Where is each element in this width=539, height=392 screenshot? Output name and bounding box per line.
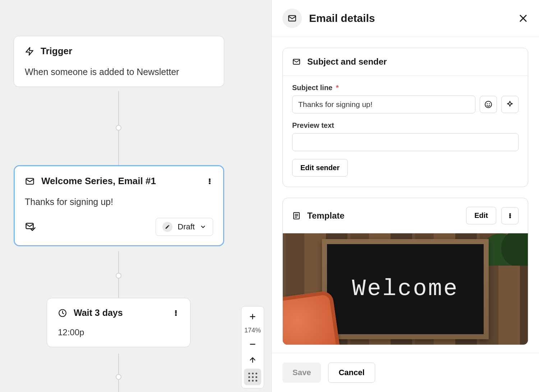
flow-add-node[interactable] (116, 374, 121, 380)
svg-point-13 (487, 104, 488, 104)
zoom-reset-button[interactable] (244, 353, 261, 367)
grid-icon (248, 373, 257, 382)
close-button[interactable] (518, 13, 528, 23)
flow-canvas[interactable]: Trigger When someone is added to Newslet… (0, 0, 271, 392)
preview-text-label: Preview text (292, 121, 519, 130)
edit-template-button[interactable]: Edit (466, 207, 496, 224)
email-status-label: Draft (178, 222, 195, 232)
email-details-panel: Email details Subject and sender Subject… (271, 0, 539, 392)
email-step-subject: Thanks for signing up! (25, 197, 213, 207)
wait-step-card[interactable]: Wait 3 days 12:00p (47, 298, 190, 347)
svg-marker-0 (26, 47, 33, 55)
flow-connector (118, 354, 119, 392)
section-title: Template (307, 211, 345, 221)
bolt-icon (25, 47, 34, 56)
email-step-title: Welcome Series, Email #1 (41, 176, 156, 187)
required-indicator: * (336, 84, 339, 92)
subject-sender-section: Subject and sender Subject line * Previe… (282, 48, 528, 187)
cancel-button[interactable]: Cancel (328, 363, 375, 383)
svg-point-14 (489, 104, 490, 104)
trigger-description: When someone is added to Newsletter (25, 67, 213, 77)
zoom-level: 174% (244, 325, 261, 336)
template-more-button[interactable] (501, 207, 519, 224)
wait-step-more-button[interactable] (172, 309, 179, 317)
section-title: Subject and sender (307, 57, 387, 67)
panel-title: Email details (309, 12, 375, 24)
wait-step-time: 12:00p (58, 327, 179, 337)
email-step-more-button[interactable] (206, 178, 213, 185)
flow-add-node[interactable] (116, 273, 121, 279)
mail-icon (25, 176, 35, 186)
wait-step-title: Wait 3 days (74, 308, 123, 318)
pencil-icon (162, 222, 172, 232)
panel-footer: Save Cancel (272, 353, 539, 392)
subject-input[interactable] (292, 95, 475, 113)
ai-sparkle-button[interactable] (501, 96, 519, 113)
svg-point-12 (485, 101, 492, 108)
zoom-controls: 174% (241, 306, 264, 388)
trigger-title: Trigger (41, 46, 72, 57)
save-button[interactable]: Save (282, 363, 321, 383)
clock-icon (58, 308, 67, 318)
template-welcome-text: Welcome (327, 244, 484, 334)
edit-sender-button[interactable]: Edit sender (292, 159, 348, 177)
zoom-out-button[interactable] (244, 337, 261, 351)
flow-add-node[interactable] (116, 125, 121, 131)
email-status-select[interactable]: Draft (156, 218, 213, 236)
mail-icon (292, 57, 301, 66)
zoom-fit-button[interactable] (244, 369, 261, 385)
chevron-down-icon (200, 224, 206, 230)
mail-icon (282, 9, 302, 28)
template-preview[interactable]: Welcome (283, 233, 528, 345)
template-section: Template Edit Welcome (282, 198, 528, 345)
subject-label: Subject line (292, 84, 332, 92)
trigger-card[interactable]: Trigger When someone is added to Newslet… (14, 36, 224, 87)
email-step-card[interactable]: Welcome Series, Email #1 Thanks for sign… (14, 165, 224, 246)
mail-check-icon (25, 221, 36, 233)
zoom-in-button[interactable] (244, 309, 261, 324)
emoji-button[interactable] (480, 96, 497, 113)
template-icon (292, 211, 301, 220)
preview-text-input[interactable] (292, 133, 519, 151)
panel-header: Email details (272, 0, 539, 37)
